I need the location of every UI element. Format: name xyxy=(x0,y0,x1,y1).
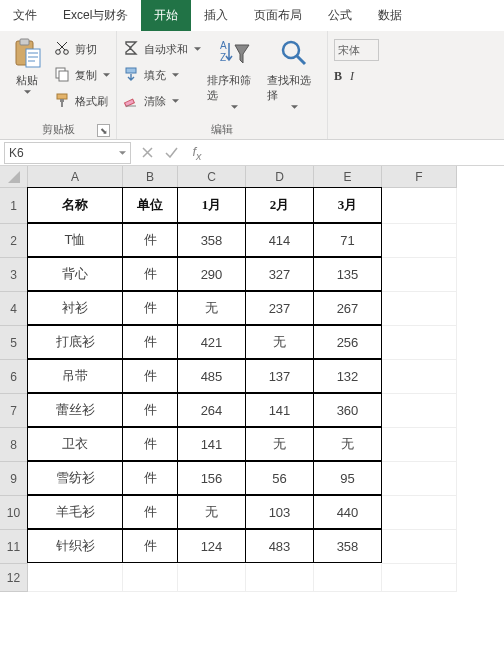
cell[interactable]: 2月 xyxy=(245,187,314,223)
cell[interactable]: 无 xyxy=(313,427,382,461)
italic-button[interactable]: I xyxy=(350,69,354,84)
cell[interactable]: 421 xyxy=(177,325,246,359)
row-header[interactable]: 4 xyxy=(0,292,28,326)
cell[interactable]: 264 xyxy=(177,393,246,427)
format-painter-button[interactable]: 格式刷 xyxy=(54,90,110,112)
cell[interactable] xyxy=(382,360,457,394)
row-header[interactable]: 12 xyxy=(0,564,28,592)
bold-button[interactable]: B xyxy=(334,69,342,84)
cell[interactable]: 56 xyxy=(245,461,314,495)
cell[interactable] xyxy=(382,462,457,496)
copy-button[interactable]: 复制 xyxy=(54,64,110,86)
cell[interactable]: 137 xyxy=(245,359,314,393)
cell[interactable]: 无 xyxy=(245,427,314,461)
row-header[interactable]: 11 xyxy=(0,530,28,564)
cell[interactable]: 件 xyxy=(122,359,178,393)
row-header[interactable]: 5 xyxy=(0,326,28,360)
cell[interactable] xyxy=(382,564,457,592)
cell[interactable] xyxy=(28,564,123,592)
cell[interactable]: 背心 xyxy=(27,257,123,291)
cancel-button[interactable] xyxy=(135,141,159,165)
cell[interactable]: 雪纺衫 xyxy=(27,461,123,495)
font-name-selector[interactable]: 宋体 xyxy=(334,39,379,61)
cell[interactable]: 羊毛衫 xyxy=(27,495,123,529)
cell[interactable]: 135 xyxy=(313,257,382,291)
row-header[interactable]: 3 xyxy=(0,258,28,292)
cell[interactable]: 件 xyxy=(122,325,178,359)
cell[interactable]: 141 xyxy=(245,393,314,427)
cell[interactable]: 156 xyxy=(177,461,246,495)
cell[interactable]: 蕾丝衫 xyxy=(27,393,123,427)
cell[interactable]: 衬衫 xyxy=(27,291,123,325)
cell[interactable]: 无 xyxy=(177,495,246,529)
tab-page-layout[interactable]: 页面布局 xyxy=(241,0,315,31)
dialog-launcher-icon[interactable]: ⬊ xyxy=(97,124,110,137)
cell[interactable]: 141 xyxy=(177,427,246,461)
cell[interactable]: 483 xyxy=(245,529,314,563)
select-all-corner[interactable] xyxy=(0,166,28,188)
cell[interactable] xyxy=(382,530,457,564)
cell[interactable] xyxy=(382,326,457,360)
tab-formulas[interactable]: 公式 xyxy=(315,0,365,31)
col-header-b[interactable]: B xyxy=(123,166,178,188)
cell[interactable]: 1月 xyxy=(177,187,246,223)
tab-insert[interactable]: 插入 xyxy=(191,0,241,31)
row-header[interactable]: 8 xyxy=(0,428,28,462)
col-header-d[interactable]: D xyxy=(246,166,314,188)
tab-excel-finance[interactable]: Excel与财务 xyxy=(50,0,141,31)
cell[interactable]: 256 xyxy=(313,325,382,359)
cell[interactable]: 440 xyxy=(313,495,382,529)
cell[interactable]: 单位 xyxy=(122,187,178,223)
cell[interactable]: 485 xyxy=(177,359,246,393)
cell[interactable]: 71 xyxy=(313,223,382,257)
cell[interactable]: 358 xyxy=(177,223,246,257)
cell[interactable] xyxy=(382,496,457,530)
tab-home[interactable]: 开始 xyxy=(141,0,191,31)
row-header[interactable]: 9 xyxy=(0,462,28,496)
col-header-e[interactable]: E xyxy=(314,166,382,188)
cell[interactable] xyxy=(123,564,178,592)
cell[interactable]: 无 xyxy=(245,325,314,359)
row-header[interactable]: 6 xyxy=(0,360,28,394)
tab-data[interactable]: 数据 xyxy=(365,0,415,31)
cell[interactable]: 件 xyxy=(122,257,178,291)
cell[interactable]: T恤 xyxy=(27,223,123,257)
cell[interactable] xyxy=(382,258,457,292)
cell[interactable]: 件 xyxy=(122,223,178,257)
cell[interactable]: 件 xyxy=(122,495,178,529)
cell[interactable]: 124 xyxy=(177,529,246,563)
cell[interactable]: 件 xyxy=(122,393,178,427)
cell[interactable]: 237 xyxy=(245,291,314,325)
row-header[interactable]: 2 xyxy=(0,224,28,258)
cell[interactable]: 件 xyxy=(122,529,178,563)
chevron-down-icon[interactable] xyxy=(118,149,126,157)
cell[interactable]: 95 xyxy=(313,461,382,495)
cell[interactable]: 名称 xyxy=(27,187,123,223)
find-select-button[interactable]: 查找和选择 xyxy=(267,33,321,111)
paste-button[interactable]: 粘贴 xyxy=(6,33,48,96)
sort-filter-button[interactable]: AZ 排序和筛选 xyxy=(207,33,261,111)
cell[interactable]: 103 xyxy=(245,495,314,529)
cell[interactable]: 吊带 xyxy=(27,359,123,393)
spreadsheet-grid[interactable]: A B C D E F 1 名称 单位 1月 2月 3月 2 T恤件358414… xyxy=(0,166,504,592)
autosum-button[interactable]: 自动求和 xyxy=(123,38,201,60)
row-header[interactable]: 10 xyxy=(0,496,28,530)
fill-button[interactable]: 填充 xyxy=(123,64,201,86)
cell[interactable]: 3月 xyxy=(313,187,382,223)
cell[interactable]: 360 xyxy=(313,393,382,427)
cell[interactable] xyxy=(382,188,457,224)
cell[interactable]: 打底衫 xyxy=(27,325,123,359)
cell[interactable]: 无 xyxy=(177,291,246,325)
col-header-a[interactable]: A xyxy=(28,166,123,188)
cell[interactable]: 件 xyxy=(122,427,178,461)
cell[interactable]: 327 xyxy=(245,257,314,291)
col-header-f[interactable]: F xyxy=(382,166,457,188)
cell[interactable]: 件 xyxy=(122,461,178,495)
name-box[interactable]: K6 xyxy=(4,142,131,164)
cell[interactable]: 132 xyxy=(313,359,382,393)
cell[interactable]: 414 xyxy=(245,223,314,257)
cell[interactable] xyxy=(382,292,457,326)
tab-file[interactable]: 文件 xyxy=(0,0,50,31)
cell[interactable]: 267 xyxy=(313,291,382,325)
enter-button[interactable] xyxy=(159,141,183,165)
